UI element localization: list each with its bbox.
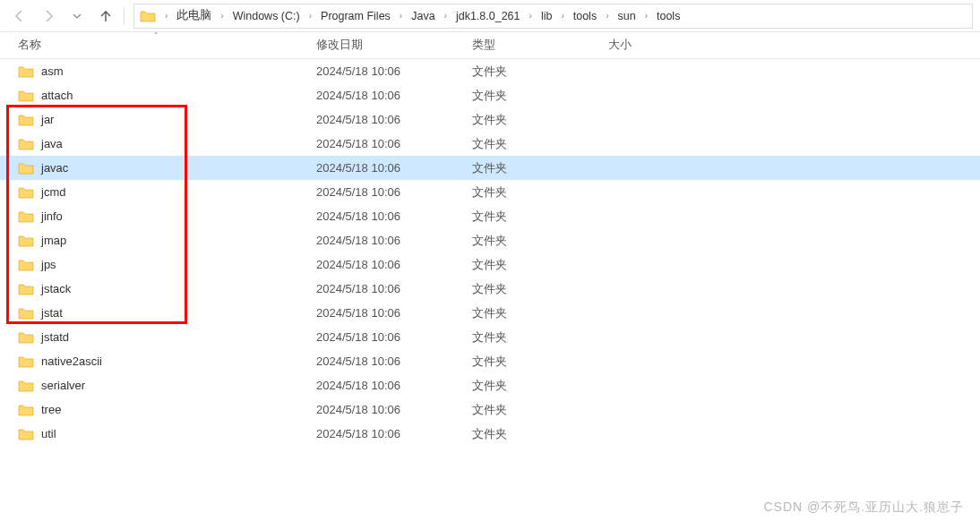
file-row[interactable]: jcmd2024/5/18 10:06文件夹 — [0, 180, 980, 204]
cell-type: 文件夹 — [469, 301, 605, 325]
file-row[interactable]: util2024/5/18 10:06文件夹 — [0, 422, 980, 446]
cell-date: 2024/5/18 10:06 — [313, 373, 469, 397]
file-name: attach — [41, 89, 73, 102]
breadcrumb-segment[interactable]: Java — [408, 4, 438, 28]
folder-icon — [140, 9, 156, 23]
cell-name: asm — [0, 59, 313, 83]
breadcrumb-segment[interactable]: sun — [614, 4, 639, 28]
chevron-right-icon[interactable]: › — [641, 11, 651, 21]
forward-button[interactable] — [36, 4, 61, 29]
file-name: serialver — [41, 379, 85, 392]
breadcrumb-segment[interactable]: jdk1.8.0_261 — [452, 4, 524, 28]
cell-size — [605, 228, 694, 252]
file-row[interactable]: tree2024/5/18 10:06文件夹 — [0, 397, 980, 422]
cell-name: tree — [0, 397, 313, 422]
cell-size — [605, 59, 694, 83]
cell-type: 文件夹 — [469, 277, 605, 301]
cell-type: 文件夹 — [469, 252, 605, 277]
cell-size — [605, 325, 694, 349]
column-header-type[interactable]: 类型 — [469, 32, 605, 58]
cell-type: 文件夹 — [469, 349, 605, 373]
recent-dropdown[interactable] — [64, 4, 90, 29]
file-row[interactable]: jar2024/5/18 10:06文件夹 — [0, 107, 980, 132]
file-row[interactable]: jinfo2024/5/18 10:06文件夹 — [0, 204, 980, 228]
chevron-right-icon[interactable]: › — [305, 11, 315, 21]
folder-icon — [18, 89, 34, 103]
cell-date: 2024/5/18 10:06 — [313, 107, 469, 132]
chevron-right-icon[interactable]: › — [396, 11, 406, 21]
chevron-right-icon[interactable]: › — [217, 11, 227, 21]
file-row[interactable]: asm2024/5/18 10:06文件夹 — [0, 59, 980, 83]
breadcrumb[interactable]: › 此电脑›Windows (C:)›Program Files›Java›jd… — [133, 4, 973, 29]
column-header-label: 修改日期 — [316, 38, 363, 53]
file-name: native2ascii — [41, 354, 102, 368]
cell-date: 2024/5/18 10:06 — [313, 156, 469, 180]
file-row[interactable]: native2ascii2024/5/18 10:06文件夹 — [0, 349, 980, 373]
file-name: asm — [41, 64, 64, 78]
folder-icon — [18, 161, 34, 175]
breadcrumb-segment[interactable]: Program Files — [317, 4, 394, 28]
file-row[interactable]: java2024/5/18 10:06文件夹 — [0, 132, 980, 156]
breadcrumb-segment[interactable]: 此电脑 — [173, 4, 215, 28]
folder-icon — [18, 258, 34, 272]
watermark: CSDN @不死鸟.亚历山大.狼崽子 — [763, 500, 964, 516]
file-row[interactable]: jstat2024/5/18 10:06文件夹 — [0, 301, 980, 325]
file-name: jstat — [41, 306, 63, 320]
file-row[interactable]: attach2024/5/18 10:06文件夹 — [0, 83, 980, 107]
cell-name: javac — [0, 156, 313, 180]
cell-date: 2024/5/18 10:06 — [313, 349, 469, 373]
chevron-right-icon[interactable]: › — [557, 11, 567, 21]
file-row[interactable]: serialver2024/5/18 10:06文件夹 — [0, 373, 980, 397]
folder-icon — [18, 209, 34, 224]
chevron-right-icon[interactable]: › — [526, 11, 536, 21]
file-row[interactable]: jstatd2024/5/18 10:06文件夹 — [0, 325, 980, 349]
cell-date: 2024/5/18 10:06 — [313, 397, 469, 422]
cell-name: native2ascii — [0, 349, 313, 373]
breadcrumb-segment[interactable]: lib — [537, 4, 556, 28]
breadcrumb-segment[interactable]: tools — [653, 4, 683, 28]
file-list: asm2024/5/18 10:06文件夹attach2024/5/18 10:… — [0, 59, 980, 446]
folder-icon — [18, 403, 34, 417]
folder-icon — [18, 234, 34, 248]
column-header-date[interactable]: 修改日期 — [313, 32, 469, 58]
chevron-right-icon[interactable]: › — [602, 11, 612, 21]
file-name: jmap — [41, 234, 66, 247]
sort-ascending-icon: ˄ — [154, 31, 159, 40]
cell-name: util — [0, 422, 313, 446]
file-name: javac — [41, 161, 68, 175]
cell-date: 2024/5/18 10:06 — [313, 132, 469, 156]
arrow-right-icon — [41, 9, 56, 23]
file-name: jinfo — [41, 209, 63, 223]
cell-type: 文件夹 — [469, 83, 605, 107]
column-header-label: 大小 — [608, 38, 632, 53]
file-name: util — [41, 427, 56, 440]
folder-icon — [18, 306, 34, 320]
up-button[interactable] — [93, 4, 118, 29]
cell-name: jstat — [0, 301, 313, 325]
arrow-left-icon — [13, 9, 27, 23]
cell-type: 文件夹 — [469, 422, 605, 446]
back-button[interactable] — [7, 4, 32, 29]
cell-date: 2024/5/18 10:06 — [313, 59, 469, 83]
cell-date: 2024/5/18 10:06 — [313, 83, 469, 107]
column-header-size[interactable]: 大小 — [605, 32, 694, 58]
breadcrumb-segment[interactable]: Windows (C:) — [229, 4, 304, 28]
file-row[interactable]: jps2024/5/18 10:06文件夹 — [0, 252, 980, 277]
cell-name: jps — [0, 252, 313, 277]
file-name: jar — [41, 113, 54, 126]
chevron-right-icon[interactable]: › — [441, 11, 451, 21]
cell-size — [605, 422, 694, 446]
cell-size — [605, 252, 694, 277]
cell-type: 文件夹 — [469, 132, 605, 156]
cell-name: jstack — [0, 277, 313, 301]
cell-type: 文件夹 — [469, 325, 605, 349]
arrow-up-icon — [99, 9, 113, 23]
column-header-name[interactable]: 名称 ˄ — [0, 32, 313, 58]
file-row[interactable]: javac2024/5/18 10:06文件夹 — [0, 156, 980, 180]
breadcrumb-segment[interactable]: tools — [570, 4, 600, 28]
chevron-right-icon[interactable]: › — [161, 11, 171, 21]
cell-size — [605, 156, 694, 180]
file-row[interactable]: jmap2024/5/18 10:06文件夹 — [0, 228, 980, 252]
cell-type: 文件夹 — [469, 204, 605, 228]
file-row[interactable]: jstack2024/5/18 10:06文件夹 — [0, 277, 980, 301]
